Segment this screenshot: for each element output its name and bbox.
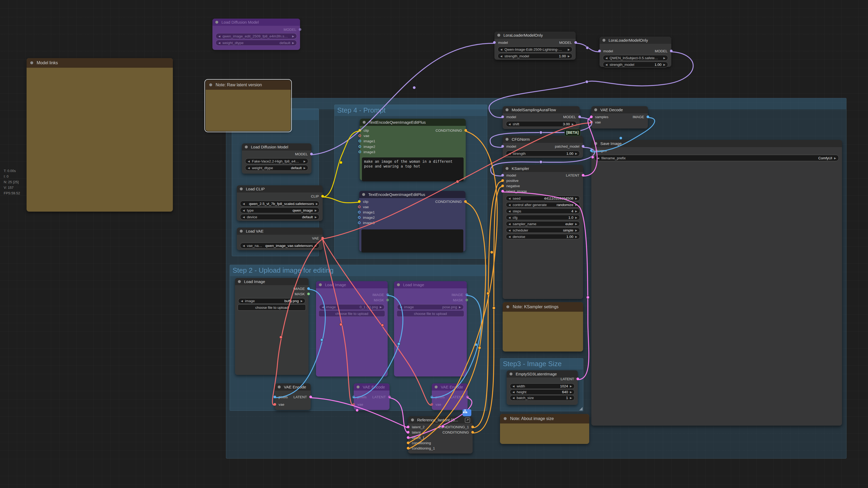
subgraph-icon [463, 409, 468, 414]
perf-stats-line: FPS:59.52 [4, 190, 57, 196]
perf-stats-line: V: 157 [4, 185, 57, 190]
perf-stats-line: I: 0 [4, 174, 57, 179]
graph-canvas[interactable]: Step 4 - PromptStep 2 - Upload image for… [0, 0, 868, 488]
beta-badge: [BETA] [564, 129, 581, 136]
overlays-layer: [BETA]T: 0.00sI: 0N: 25 [25]V: 157FPS:59… [0, 0, 868, 488]
perf-stats-line: N: 25 [25] [4, 179, 57, 185]
subgraph-badge[interactable] [463, 409, 471, 416]
perf-stats-line: T: 0.00s [4, 168, 57, 174]
perf-stats: T: 0.00sI: 0N: 25 [25]V: 157FPS:59.52 [4, 168, 57, 197]
